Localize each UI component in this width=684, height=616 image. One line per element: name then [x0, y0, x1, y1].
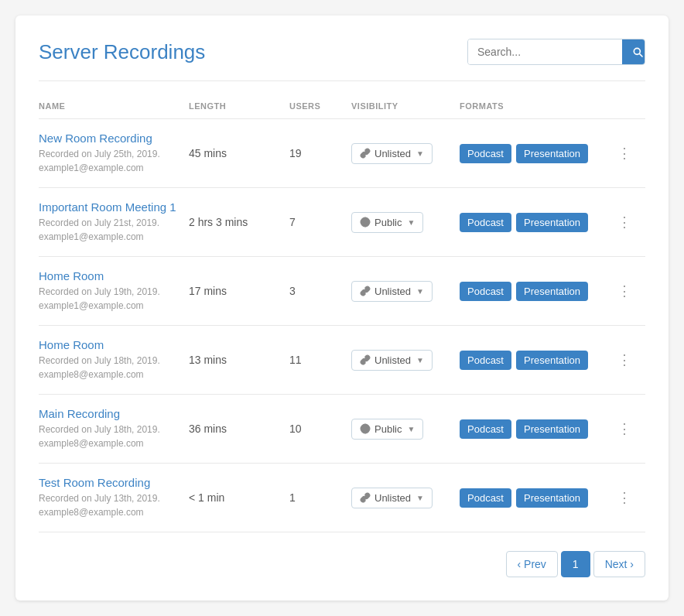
visibility-caret: ▼: [416, 287, 424, 296]
table-header: NAME LENGTH USERS VISIBILITY FORMATS: [39, 97, 645, 119]
search-button[interactable]: [622, 39, 645, 64]
more-actions-cell: ⋮: [614, 417, 645, 440]
table-row: New Room Recording Recorded on July 25th…: [39, 119, 645, 188]
visibility-label: Public: [374, 217, 402, 228]
visibility-button[interactable]: Public ▼: [351, 419, 423, 440]
visibility-label: Unlisted: [374, 148, 411, 159]
more-actions-cell: ⋮: [614, 486, 645, 509]
visibility-label: Public: [374, 423, 402, 435]
page-title: Server Recordings: [39, 40, 205, 64]
recording-name: Home Room: [39, 269, 189, 282]
more-actions-button[interactable]: ⋮: [614, 417, 634, 440]
pagination: ‹ Prev 1 Next ›: [39, 551, 645, 577]
formats-cell: PodcastPresentation: [460, 351, 614, 370]
recording-length: < 1 min: [189, 491, 289, 504]
format-button-podcast[interactable]: Podcast: [460, 419, 511, 439]
format-button-presentation[interactable]: Presentation: [516, 144, 588, 163]
recording-meta: Recorded on July 21st, 2019.example1@exa…: [39, 216, 189, 244]
format-button-presentation[interactable]: Presentation: [516, 351, 588, 370]
recording-length: 36 mins: [189, 423, 289, 435]
visibility-caret: ▼: [416, 356, 424, 364]
visibility-cell: Public ▼: [351, 212, 460, 233]
recording-info: Home Room Recorded on July 19th, 2019.ex…: [39, 269, 189, 313]
table-row: Test Room Recording Recorded on July 13t…: [39, 464, 645, 532]
visibility-cell: Unlisted ▼: [351, 281, 460, 302]
recording-length: 45 mins: [189, 147, 289, 159]
link-icon: [360, 286, 371, 296]
page-header: Server Recordings: [39, 39, 645, 65]
recording-users: 3: [289, 285, 351, 297]
format-button-podcast[interactable]: Podcast: [460, 144, 511, 163]
recording-meta: Recorded on July 13th, 2019.example8@exa…: [39, 491, 189, 519]
col-actions: [614, 101, 645, 111]
recording-name: Test Room Recording: [39, 476, 189, 489]
formats-cell: PodcastPresentation: [460, 213, 614, 232]
col-formats: FORMATS: [460, 101, 614, 111]
more-actions-cell: ⋮: [614, 210, 645, 234]
visibility-button[interactable]: Unlisted ▼: [351, 350, 433, 371]
recording-meta: Recorded on July 25th, 2019.example1@exa…: [39, 147, 189, 175]
col-name: NAME: [39, 101, 189, 111]
visibility-cell: Public ▼: [351, 419, 460, 440]
format-button-presentation[interactable]: Presentation: [516, 488, 588, 508]
more-actions-button[interactable]: ⋮: [614, 142, 634, 165]
visibility-cell: Unlisted ▼: [351, 350, 460, 371]
search-input[interactable]: [468, 39, 622, 64]
visibility-button[interactable]: Public ▼: [351, 212, 423, 233]
format-button-podcast[interactable]: Podcast: [460, 213, 511, 232]
table-row: Important Room Meeting 1 Recorded on Jul…: [39, 188, 645, 257]
visibility-cell: Unlisted ▼: [351, 143, 460, 164]
visibility-caret: ▼: [416, 149, 424, 158]
prev-page-button[interactable]: ‹ Prev: [506, 551, 558, 577]
more-actions-button[interactable]: ⋮: [614, 279, 634, 303]
table-body: New Room Recording Recorded on July 25th…: [39, 119, 645, 532]
formats-cell: PodcastPresentation: [460, 282, 614, 301]
formats-cell: PodcastPresentation: [460, 419, 614, 439]
visibility-caret: ▼: [407, 425, 415, 433]
search-icon: [631, 46, 644, 58]
visibility-label: Unlisted: [374, 286, 411, 297]
recording-length: 2 hrs 3 mins: [189, 216, 289, 228]
more-actions-cell: ⋮: [614, 348, 645, 371]
recording-meta: Recorded on July 19th, 2019.example1@exa…: [39, 285, 189, 313]
visibility-caret: ▼: [416, 494, 424, 502]
more-actions-button[interactable]: ⋮: [614, 210, 634, 234]
visibility-button[interactable]: Unlisted ▼: [351, 143, 433, 164]
format-button-presentation[interactable]: Presentation: [516, 213, 588, 232]
recording-meta: Recorded on July 18th, 2019.example8@exa…: [39, 354, 189, 382]
more-actions-cell: ⋮: [614, 279, 645, 303]
recording-meta: Recorded on July 18th, 2019.example8@exa…: [39, 423, 189, 450]
format-button-presentation[interactable]: Presentation: [516, 282, 588, 301]
search-container: [467, 39, 645, 65]
recording-info: Test Room Recording Recorded on July 13t…: [39, 476, 189, 519]
recording-name: New Room Recording: [39, 132, 189, 145]
link-icon: [360, 148, 371, 159]
header-divider: [39, 80, 645, 81]
main-card: Server Recordings NAME LENGTH USERS VISI…: [15, 15, 669, 601]
visibility-button[interactable]: Unlisted ▼: [351, 281, 433, 302]
formats-cell: PodcastPresentation: [460, 488, 614, 508]
more-actions-button[interactable]: ⋮: [614, 348, 634, 371]
format-button-podcast[interactable]: Podcast: [460, 282, 511, 301]
recording-info: Home Room Recorded on July 18th, 2019.ex…: [39, 338, 189, 382]
recording-info: New Room Recording Recorded on July 25th…: [39, 132, 189, 175]
format-button-presentation[interactable]: Presentation: [516, 419, 588, 439]
next-page-button[interactable]: Next ›: [593, 551, 645, 577]
format-button-podcast[interactable]: Podcast: [460, 488, 511, 508]
more-actions-button[interactable]: ⋮: [614, 486, 634, 509]
visibility-button[interactable]: Unlisted ▼: [351, 488, 433, 508]
more-actions-cell: ⋮: [614, 142, 645, 165]
format-button-podcast[interactable]: Podcast: [460, 351, 511, 370]
link-icon: [360, 492, 371, 503]
recording-users: 1: [289, 491, 351, 504]
globe-icon: [360, 423, 371, 434]
col-users: USERS: [289, 101, 351, 111]
page-1-button[interactable]: 1: [561, 551, 590, 577]
table-row: Home Room Recorded on July 18th, 2019.ex…: [39, 326, 645, 395]
formats-cell: PodcastPresentation: [460, 144, 614, 163]
recording-users: 11: [289, 354, 351, 366]
table-row: Main Recording Recorded on July 18th, 20…: [39, 395, 645, 464]
recording-users: 10: [289, 423, 351, 435]
recording-users: 19: [289, 147, 351, 159]
recording-info: Important Room Meeting 1 Recorded on Jul…: [39, 200, 189, 244]
